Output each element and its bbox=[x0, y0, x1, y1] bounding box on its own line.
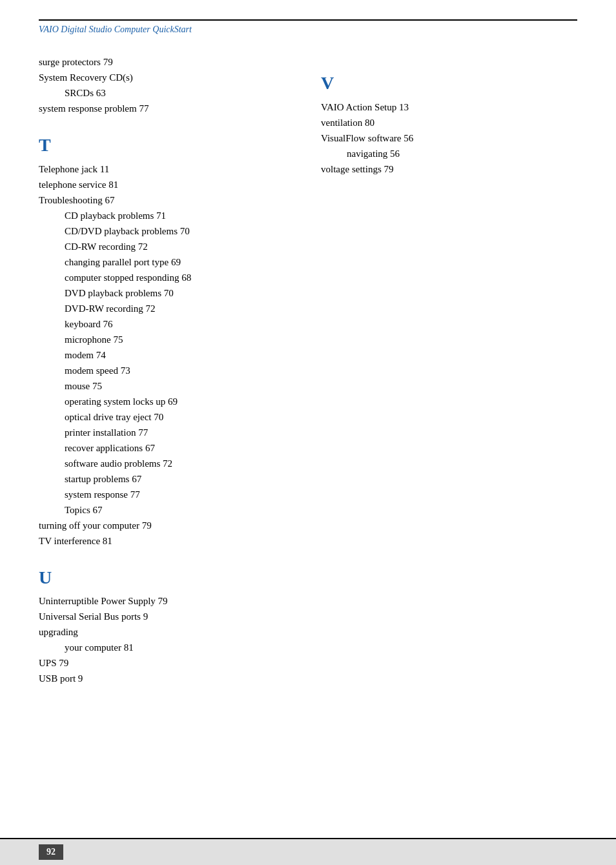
two-col-layout: surge protectors 79 System Recovery CD(s… bbox=[39, 54, 577, 686]
entry-system-response-problem: system response problem 77 bbox=[39, 101, 295, 116]
entry-modem: modem 74 bbox=[39, 347, 295, 363]
entry-telephone-jack: Telephone jack 11 bbox=[39, 161, 295, 177]
entry-cddvd-playback: CD/DVD playback problems 70 bbox=[39, 223, 295, 239]
entry-ventilation: ventilation 80 bbox=[321, 115, 577, 130]
entry-surge-protectors: surge protectors 79 bbox=[39, 54, 295, 70]
entry-changing-parallel: changing parallel port type 69 bbox=[39, 254, 295, 270]
entry-upgrading: upgrading bbox=[39, 624, 295, 640]
section-letter-v: V bbox=[321, 72, 577, 94]
entry-visualflow: VisualFlow software 56 bbox=[321, 130, 577, 146]
entry-troubleshooting: Troubleshooting 67 bbox=[39, 192, 295, 208]
entry-computer-stopped: computer stopped responding 68 bbox=[39, 270, 295, 285]
entry-startup-problems: startup problems 67 bbox=[39, 471, 295, 487]
entry-dvd-playback: DVD playback problems 70 bbox=[39, 285, 295, 301]
header-line bbox=[39, 19, 577, 21]
entry-modem-speed: modem speed 73 bbox=[39, 363, 295, 378]
entry-cdrw-recording: CD-RW recording 72 bbox=[39, 239, 295, 254]
entry-telephone-service: telephone service 81 bbox=[39, 177, 295, 192]
entry-os-locks-up: operating system locks up 69 bbox=[39, 394, 295, 409]
entry-microphone: microphone 75 bbox=[39, 332, 295, 347]
entry-turning-off: turning off your computer 79 bbox=[39, 518, 295, 533]
entry-vaio-action-setup: VAIO Action Setup 13 bbox=[321, 99, 577, 115]
section-letter-u: U bbox=[39, 567, 295, 589]
entry-voltage-settings: voltage settings 79 bbox=[321, 161, 577, 177]
entry-mouse: mouse 75 bbox=[39, 378, 295, 394]
header-title: VAIO Digital Studio Computer QuickStart bbox=[39, 25, 577, 35]
entry-srcds: SRCDs 63 bbox=[39, 85, 295, 101]
entry-topics: Topics 67 bbox=[39, 502, 295, 518]
entry-system-recovery: System Recovery CD(s) bbox=[39, 70, 295, 85]
entry-optical-drive: optical drive tray eject 70 bbox=[39, 409, 295, 425]
entry-printer-installation: printer installation 77 bbox=[39, 425, 295, 440]
entry-ups: UPS 79 bbox=[39, 655, 295, 671]
entry-tv-interference: TV interference 81 bbox=[39, 533, 295, 549]
page-container: VAIO Digital Studio Computer QuickStart … bbox=[0, 0, 616, 865]
entry-usb-port: USB port 9 bbox=[39, 671, 295, 686]
right-column: V VAIO Action Setup 13 ventilation 80 Vi… bbox=[308, 54, 577, 686]
entry-software-audio: software audio problems 72 bbox=[39, 456, 295, 471]
entry-ups-full: Uninterruptible Power Supply 79 bbox=[39, 593, 295, 609]
footer-bar: 92 bbox=[0, 838, 616, 865]
entry-cd-playback: CD playback problems 71 bbox=[39, 208, 295, 223]
entry-recover-applications: recover applications 67 bbox=[39, 440, 295, 456]
entry-your-computer: your computer 81 bbox=[39, 640, 295, 655]
entry-dvdrw-recording: DVD-RW recording 72 bbox=[39, 301, 295, 316]
section-letter-t: T bbox=[39, 134, 295, 156]
left-column: surge protectors 79 System Recovery CD(s… bbox=[39, 54, 308, 686]
entry-navigating: navigating 56 bbox=[321, 146, 577, 161]
entry-system-response: system response 77 bbox=[39, 487, 295, 502]
entry-usb-ports: Universal Serial Bus ports 9 bbox=[39, 609, 295, 624]
entry-keyboard: keyboard 76 bbox=[39, 316, 295, 332]
page-number: 92 bbox=[39, 844, 63, 860]
